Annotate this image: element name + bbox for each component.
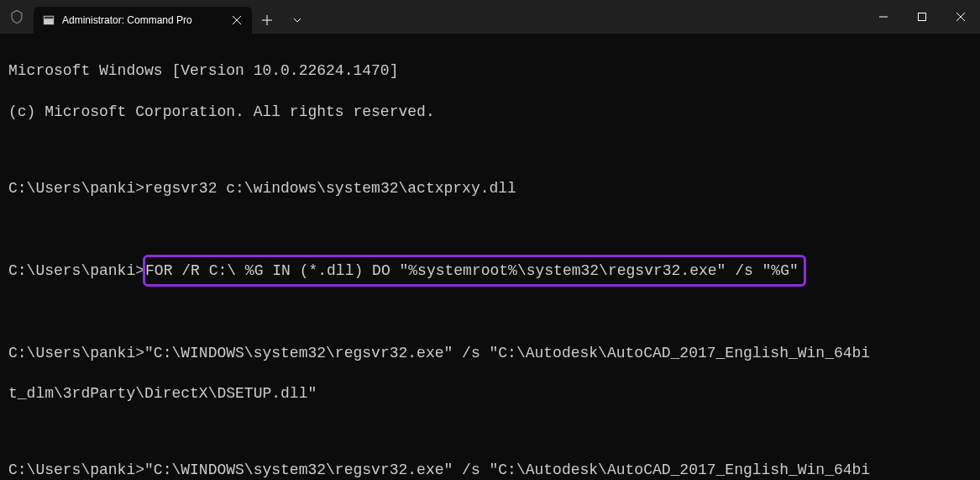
titlebar-left: Administrator: Command Pro [0, 0, 312, 34]
new-tab-button[interactable] [252, 7, 282, 34]
prompt: C:\Users\panki> [8, 462, 144, 478]
command-line-1: C:\Users\panki>regsvr32 c:\windows\syste… [8, 178, 972, 198]
app-shield-icon [0, 0, 34, 34]
close-button[interactable] [941, 0, 980, 34]
window-controls [864, 0, 980, 34]
prompt: C:\Users\panki> [8, 345, 144, 361]
output-line: C:\Users\panki>"C:\WINDOWS\system32\regs… [8, 343, 972, 363]
output-line: C:\Users\panki>"C:\WINDOWS\system32\regs… [8, 460, 972, 480]
tab-title: Administrator: Command Pro [62, 14, 223, 26]
tab-close-icon[interactable] [230, 13, 244, 27]
tab-active[interactable]: Administrator: Command Pro [34, 7, 252, 34]
output-line: t_dlm\3rdParty\DirectX\DSETUP.dll" [8, 383, 972, 404]
svg-rect-1 [45, 17, 54, 19]
command-text: FOR /R C:\ %G IN (*.dll) DO "%systemroot… [145, 262, 799, 279]
prompt: C:\Users\panki> [8, 180, 144, 197]
copyright-line: (c) Microsoft Corporation. All rights re… [8, 102, 972, 122]
terminal-icon [42, 13, 55, 27]
highlighted-command: FOR /R C:\ %G IN (*.dll) DO "%systemroot… [143, 255, 806, 287]
version-line: Microsoft Windows [Version 10.0.22624.14… [8, 61, 972, 81]
maximize-button[interactable] [903, 0, 941, 34]
output-text: "C:\WINDOWS\system32\regsvr32.exe" /s "C… [144, 462, 870, 478]
titlebar: Administrator: Command Pro [0, 0, 980, 34]
tab-dropdown-icon[interactable] [282, 7, 312, 34]
prompt: C:\Users\panki> [8, 262, 144, 279]
output-text: "C:\WINDOWS\system32\regsvr32.exe" /s "C… [144, 345, 870, 361]
minimize-button[interactable] [864, 0, 903, 34]
terminal-content[interactable]: Microsoft Windows [Version 10.0.22624.14… [0, 34, 980, 480]
command-text: regsvr32 c:\windows\system32\actxprxy.dl… [144, 180, 516, 197]
command-line-2: C:\Users\panki>FOR /R C:\ %G IN (*.dll) … [8, 255, 972, 287]
svg-rect-7 [919, 13, 926, 21]
